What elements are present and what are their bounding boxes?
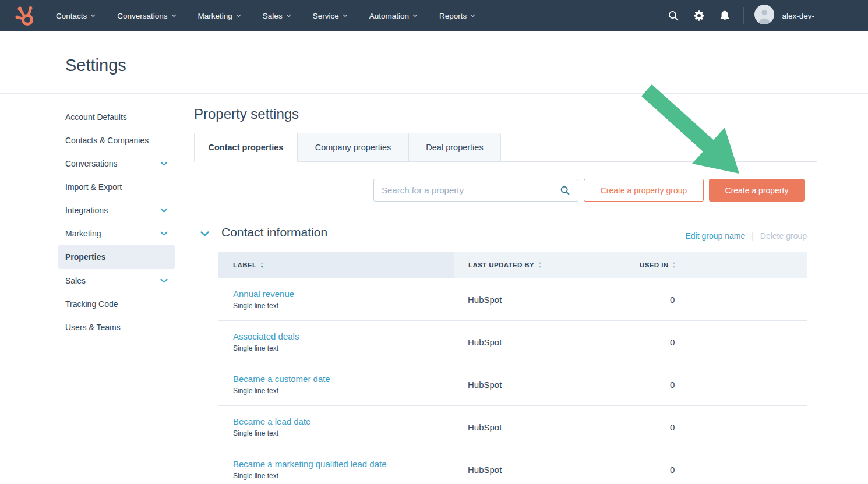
- last-updated-by-cell: HubSpot: [454, 295, 625, 305]
- nav-item-label: Sales: [263, 12, 283, 20]
- used-in-cell: 0: [625, 337, 807, 347]
- sidebar-item-integrations[interactable]: Integrations: [58, 199, 175, 222]
- search-icon[interactable]: [661, 0, 686, 31]
- bell-icon[interactable]: [712, 0, 738, 31]
- table-row: Became a lead dateSingle line textHubSpo…: [218, 406, 807, 448]
- sidebar-item-label: Account Defaults: [65, 112, 127, 122]
- chevron-down-icon: [160, 161, 168, 166]
- nav-item-label: Service: [313, 12, 339, 20]
- column-header-used-in[interactable]: USED IN: [625, 252, 807, 278]
- username: alex-dev-: [782, 12, 814, 20]
- chevron-down-icon: [160, 231, 168, 236]
- property-type-label: Single line text: [233, 472, 454, 480]
- table-row: Annual revenueSingle line textHubSpot0: [218, 278, 807, 321]
- search-input[interactable]: [382, 185, 560, 195]
- sort-down-icon: [672, 266, 676, 268]
- column-header-last-updated-by[interactable]: LAST UPDATED BY: [454, 252, 625, 278]
- group-title: Contact information: [221, 225, 327, 239]
- sidebar-item-contacts-companies[interactable]: Contacts & Companies: [58, 129, 175, 152]
- sidebar-item-import-export[interactable]: Import & Export: [58, 175, 175, 199]
- nav-menu: ContactsConversationsMarketingSalesServi…: [56, 12, 475, 20]
- top-navbar: ContactsConversationsMarketingSalesServi…: [0, 0, 868, 31]
- nav-item-service[interactable]: Service: [313, 12, 348, 20]
- nav-item-automation[interactable]: Automation: [369, 12, 418, 20]
- chevron-down-icon: [343, 14, 348, 17]
- create-property-group-button[interactable]: Create a property group: [584, 179, 704, 202]
- sidebar-item-label: Users & Teams: [65, 323, 121, 332]
- property-name-link[interactable]: Became a marketing qualified lead date: [233, 459, 454, 469]
- last-updated-by-cell: HubSpot: [454, 380, 625, 390]
- sort-arrows-icon[interactable]: [672, 262, 676, 268]
- links-separator: |: [751, 231, 754, 241]
- property-name-link[interactable]: Associated deals: [233, 331, 454, 341]
- table-body: Annual revenueSingle line textHubSpot0As…: [218, 278, 807, 484]
- sort-up-icon: [260, 262, 264, 264]
- property-type-label: Single line text: [233, 429, 454, 437]
- sort-up-icon: [538, 262, 542, 264]
- sidebar-item-label: Properties: [65, 252, 105, 262]
- chevron-down-icon: [412, 14, 418, 17]
- sidebar-item-properties[interactable]: Properties: [58, 245, 175, 269]
- sidebar-item-marketing[interactable]: Marketing: [58, 222, 175, 245]
- chevron-down-icon: [171, 14, 177, 17]
- page-title: Settings: [65, 56, 126, 75]
- property-cell: Became a lead dateSingle line text: [218, 416, 454, 437]
- account-menu[interactable]: alex-dev-: [754, 5, 814, 27]
- property-name-link[interactable]: Annual revenue: [233, 289, 454, 299]
- nav-item-label: Reports: [439, 12, 467, 20]
- chevron-down-icon: [286, 14, 291, 17]
- sidebar-item-users-teams[interactable]: Users & Teams: [58, 316, 175, 339]
- sort-down-icon: [538, 266, 542, 268]
- chevron-down-icon: [470, 14, 475, 17]
- sort-arrows-icon[interactable]: [260, 262, 264, 268]
- last-updated-by-cell: HubSpot: [454, 337, 625, 347]
- nav-item-reports[interactable]: Reports: [439, 12, 475, 20]
- sidebar-item-tracking-code[interactable]: Tracking Code: [58, 292, 175, 316]
- used-in-cell: 0: [625, 465, 807, 475]
- tab-deal-properties[interactable]: Deal properties: [409, 133, 501, 162]
- settings-page: ContactsConversationsMarketingSalesServi…: [0, 0, 868, 484]
- property-cell: Became a customer dateSingle line text: [218, 374, 454, 395]
- property-name-link[interactable]: Became a customer date: [233, 374, 454, 384]
- property-name-link[interactable]: Became a lead date: [233, 416, 454, 426]
- delete-group-link: Delete group: [760, 231, 807, 241]
- nav-item-contacts[interactable]: Contacts: [56, 12, 96, 20]
- gear-icon[interactable]: [686, 0, 712, 31]
- hubspot-sprocket-icon[interactable]: [12, 3, 37, 29]
- create-property-button[interactable]: Create a property: [709, 179, 805, 202]
- navbar-divider: [743, 7, 744, 24]
- nav-item-sales[interactable]: Sales: [263, 12, 291, 20]
- property-cell: Associated dealsSingle line text: [218, 331, 454, 352]
- nav-item-conversations[interactable]: Conversations: [117, 12, 176, 20]
- search-icon[interactable]: [560, 185, 570, 196]
- column-header-label[interactable]: LABEL: [218, 252, 454, 278]
- edit-group-name-link[interactable]: Edit group name: [685, 231, 745, 241]
- settings-sidebar: Account DefaultsContacts & CompaniesConv…: [58, 105, 175, 339]
- property-tabs: Contact propertiesCompany propertiesDeal…: [194, 133, 501, 162]
- chevron-down-icon: [160, 278, 168, 283]
- sidebar-item-account-defaults[interactable]: Account Defaults: [58, 105, 175, 129]
- sidebar-item-label: Conversations: [65, 159, 118, 168]
- sidebar-item-sales[interactable]: Sales: [58, 269, 175, 292]
- nav-right: alex-dev-: [661, 0, 868, 31]
- table-row: Associated dealsSingle line textHubSpot0: [218, 321, 807, 363]
- property-type-label: Single line text: [233, 387, 454, 395]
- tab-contact-properties[interactable]: Contact properties: [194, 133, 298, 162]
- property-cell: Became a marketing qualified lead dateSi…: [218, 459, 454, 480]
- collapse-group-chevron-icon[interactable]: [200, 228, 209, 239]
- property-cell: Annual revenueSingle line text: [218, 289, 454, 310]
- tab-company-properties[interactable]: Company properties: [298, 133, 409, 162]
- sidebar-item-label: Tracking Code: [65, 299, 118, 309]
- sort-arrows-icon[interactable]: [538, 262, 542, 268]
- nav-item-label: Conversations: [117, 12, 167, 20]
- used-in-cell: 0: [625, 380, 807, 390]
- sidebar-item-conversations[interactable]: Conversations: [58, 152, 175, 175]
- sidebar-item-label: Marketing: [65, 229, 101, 238]
- sidebar-item-label: Integrations: [65, 206, 108, 215]
- nav-item-label: Automation: [369, 12, 409, 20]
- property-type-label: Single line text: [233, 302, 454, 310]
- sort-down-icon: [260, 266, 264, 268]
- nav-item-marketing[interactable]: Marketing: [198, 12, 241, 20]
- nav-item-label: Contacts: [56, 12, 87, 20]
- chevron-down-icon: [236, 14, 241, 17]
